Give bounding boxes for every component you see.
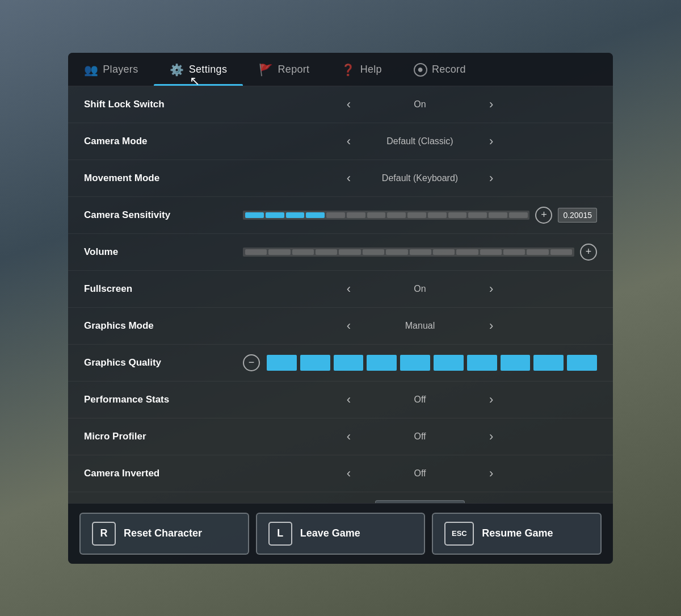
fullscreen-next[interactable]: › (484, 279, 499, 299)
help-icon: ❓ (341, 63, 355, 77)
shift-lock-control: ‹ On › (243, 95, 597, 114)
slider-track (243, 211, 529, 220)
sensitivity-segment-6 (367, 212, 386, 218)
reset-character-label: Reset Character (124, 527, 202, 539)
quality-segment-7 (501, 355, 531, 371)
micro-profiler-prev[interactable]: ‹ (341, 427, 356, 446)
camera-sensitivity-slider[interactable]: + 0.20015 (243, 207, 597, 224)
graphics-quality-control: − (243, 354, 597, 371)
graphics-mode-control: ‹ Manual › (243, 316, 597, 336)
volume-segment-9 (456, 249, 478, 255)
movement-mode-value: Default (Keyboard) (363, 173, 477, 183)
quality-segment-8 (533, 355, 564, 371)
developer-console-open[interactable]: Open (375, 500, 465, 503)
sensitivity-segment-12 (489, 212, 507, 218)
quality-segment-2 (334, 355, 364, 371)
tab-help[interactable]: ❓ Help (325, 53, 398, 86)
volume-segment-10 (480, 249, 502, 255)
quality-bar[interactable] (267, 355, 597, 371)
tab-players-label: Players (103, 64, 138, 76)
setting-performance-stats: Performance Stats ‹ Off › (68, 382, 613, 418)
volume-plus[interactable]: + (580, 244, 597, 261)
setting-micro-profiler: Micro Profiler ‹ Off › (68, 418, 613, 455)
sensitivity-segment-3 (306, 212, 325, 218)
volume-segment-1 (268, 249, 290, 255)
camera-mode-label: Camera Mode (84, 136, 243, 147)
setting-graphics-mode: Graphics Mode ‹ Manual › (68, 308, 613, 345)
tab-record[interactable]: ● Record (398, 53, 482, 86)
volume-slider-track (243, 248, 574, 257)
performance-stats-label: Performance Stats (84, 394, 243, 405)
camera-sensitivity-control: + 0.20015 (243, 207, 597, 224)
reset-key-badge: R (92, 522, 116, 546)
tab-help-label: Help (360, 64, 382, 76)
volume-label: Volume (84, 246, 243, 258)
leave-game-label: Leave Game (300, 527, 360, 539)
quality-segment-4 (400, 355, 430, 371)
volume-segment-3 (316, 249, 337, 255)
sensitivity-segment-13 (509, 212, 528, 218)
graphics-mode-prev[interactable]: ‹ (341, 316, 356, 336)
sensitivity-value: 0.20015 (558, 208, 597, 223)
sensitivity-segment-7 (387, 212, 406, 218)
volume-segment-11 (503, 249, 525, 255)
camera-mode-control: ‹ Default (Classic) › (243, 132, 597, 151)
movement-mode-label: Movement Mode (84, 173, 243, 184)
settings-panel: 👥 Players ⚙️ Settings 🚩 Report ❓ Help ● … (68, 53, 613, 564)
camera-inverted-next[interactable]: › (484, 464, 499, 483)
settings-icon: ⚙️ (170, 63, 184, 77)
fullscreen-prev[interactable]: ‹ (341, 279, 356, 299)
movement-mode-next[interactable]: › (484, 169, 499, 188)
tab-settings[interactable]: ⚙️ Settings (154, 53, 243, 86)
sensitivity-segment-2 (286, 212, 305, 218)
leave-game-button[interactable]: L Leave Game (256, 513, 426, 555)
shift-lock-prev[interactable]: ‹ (341, 95, 356, 114)
micro-profiler-next[interactable]: › (484, 427, 499, 446)
fullscreen-value: On (363, 284, 477, 294)
camera-inverted-prev[interactable]: ‹ (341, 464, 356, 483)
quality-segment-6 (467, 355, 497, 371)
camera-mode-prev[interactable]: ‹ (341, 132, 356, 151)
tab-report[interactable]: 🚩 Report (243, 53, 325, 86)
resume-game-button[interactable]: ESC Resume Game (432, 513, 602, 555)
setting-shift-lock: Shift Lock Switch ‹ On › (68, 86, 613, 123)
volume-segment-2 (292, 249, 314, 255)
setting-camera-mode: Camera Mode ‹ Default (Classic) › (68, 123, 613, 160)
camera-inverted-label: Camera Inverted (84, 468, 243, 479)
volume-slider[interactable]: + (243, 244, 597, 261)
reset-character-button[interactable]: R Reset Character (79, 513, 249, 555)
quality-segment-0 (267, 355, 297, 371)
performance-stats-next[interactable]: › (484, 390, 499, 409)
movement-mode-prev[interactable]: ‹ (341, 169, 356, 188)
volume-segment-4 (339, 249, 360, 255)
graphics-mode-next[interactable]: › (484, 316, 499, 336)
quality-minus[interactable]: − (243, 354, 260, 371)
developer-console-control: Open (243, 500, 597, 503)
volume-segment-5 (363, 249, 384, 255)
micro-profiler-label: Micro Profiler (84, 431, 243, 442)
performance-stats-prev[interactable]: ‹ (341, 390, 356, 409)
camera-sensitivity-label: Camera Sensitivity (84, 209, 243, 221)
micro-profiler-value: Off (363, 431, 477, 442)
shift-lock-next[interactable]: › (484, 95, 499, 114)
setting-movement-mode: Movement Mode ‹ Default (Keyboard) › (68, 160, 613, 197)
quality-segment-1 (300, 355, 330, 371)
volume-segment-13 (550, 249, 572, 255)
setting-developer-console: Developer Console Open (68, 492, 613, 503)
leave-key-badge: L (268, 522, 292, 546)
fullscreen-control: ‹ On › (243, 279, 597, 299)
players-icon: 👥 (84, 63, 98, 77)
volume-segment-0 (245, 249, 267, 255)
performance-stats-value: Off (363, 395, 477, 405)
resume-key-badge: ESC (444, 522, 474, 546)
graphics-mode-label: Graphics Mode (84, 320, 243, 332)
sensitivity-plus[interactable]: + (535, 207, 552, 224)
setting-volume: Volume + (68, 234, 613, 271)
tab-players[interactable]: 👥 Players (68, 53, 154, 86)
setting-camera-inverted: Camera Inverted ‹ Off › (68, 455, 613, 492)
quality-segment-9 (567, 355, 597, 371)
bottom-bar: R Reset Character L Leave Game ESC Resum… (68, 503, 613, 564)
report-icon: 🚩 (259, 63, 273, 77)
camera-mode-next[interactable]: › (484, 132, 499, 151)
quality-segment-5 (434, 355, 464, 371)
